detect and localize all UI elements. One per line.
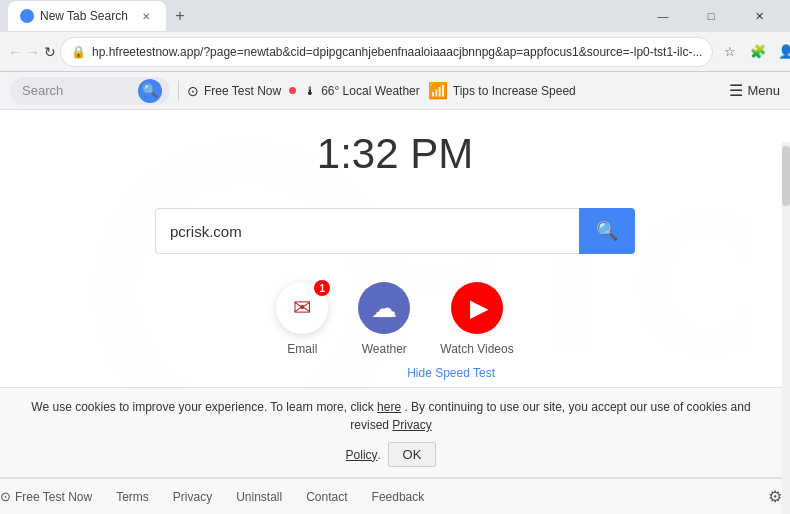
menu-button[interactable]: ☰ Menu [729,81,780,100]
main-search-button[interactable]: 🔍 [579,208,635,254]
new-tab-button[interactable]: + [166,2,194,30]
cookie-text: We use cookies to improve your experienc… [20,398,762,434]
clock-display: 1:32 PM [317,130,473,178]
email-shortcut[interactable]: ✉ 1 Email [276,282,328,356]
main-search-input[interactable] [155,208,579,254]
active-tab[interactable]: New Tab Search ✕ [8,1,166,31]
menu-label: Menu [747,83,780,98]
cookie-ok-button[interactable]: OK [388,442,437,467]
email-label: Email [287,342,317,356]
hamburger-icon: ☰ [729,81,743,100]
extensions-icon[interactable]: 🧩 [745,39,771,65]
videos-label: Watch Videos [440,342,513,356]
tab-strip: New Tab Search ✕ + [8,1,194,31]
wifi-icon: 📶 [428,81,448,100]
footer-free-test-now[interactable]: ⊙ Free Test Now [0,489,92,504]
address-box[interactable]: 🔒 hp.hfreetestnow.app/?page=newtab&cid=d… [60,37,713,67]
address-bar-row: ← → ↻ 🔒 hp.hfreetestnow.app/?page=newtab… [0,32,790,72]
forward-button[interactable]: → [26,38,40,66]
profile-icon[interactable]: 👤 [773,39,790,65]
local-weather-label: 66° Local Weather [321,84,420,98]
cookie-period: . [378,448,388,462]
email-icon: ✉ 1 [276,282,328,334]
close-button[interactable]: ✕ [736,0,782,32]
search-icon: 🔍 [596,220,618,242]
toolbar-search-box[interactable]: Search 🔍 [10,77,170,105]
footer-terms-link[interactable]: Terms [116,490,149,504]
weather-label: Weather [362,342,407,356]
title-bar: New Tab Search ✕ + — □ ✕ [0,0,790,32]
free-test-now-label: Free Test Now [204,84,281,98]
weather-shortcut[interactable]: ☁ Weather [358,282,410,356]
tab-close-button[interactable]: ✕ [138,8,154,24]
main-search-container: 🔍 [155,208,635,254]
cookie-policy-link[interactable]: Policy [346,448,378,462]
email-badge: 1 [314,280,330,296]
toolbar-divider [178,81,179,101]
weather-icon: 🌡 [304,84,316,98]
footer-gear-icon[interactable]: ⚙ [768,487,782,506]
footer-speedometer-icon: ⊙ [0,489,11,504]
lock-icon: 🔒 [71,45,86,59]
cookie-ok-row: Policy . OK [346,442,437,467]
tab-title: New Tab Search [40,9,128,23]
window-controls: — □ ✕ [640,0,782,32]
hide-speed-test-link[interactable]: Hide Speed Test [407,366,495,380]
footer-free-test-label: Free Test Now [15,490,92,504]
toolbar: Search 🔍 ⊙ Free Test Now 🌡 66° Local Wea… [0,72,790,110]
tips-speed-link[interactable]: 📶 Tips to Increase Speed [428,81,576,100]
cookie-banner: We use cookies to improve your experienc… [0,387,782,478]
footer-contact-link[interactable]: Contact [306,490,347,504]
main-content: HTC 1:32 PM 🔍 ✉ 1 Email ☁ [0,110,790,514]
videos-icon: ▶ [451,282,503,334]
minimize-button[interactable]: — [640,0,686,32]
url-text: hp.hfreetestnow.app/?page=newtab&cid=dpi… [92,45,702,59]
videos-shortcut[interactable]: ▶ Watch Videos [440,282,513,356]
toolbar-search-placeholder: Search [22,83,132,98]
address-actions: ☆ 🧩 👤 🔴 [717,39,790,65]
footer-feedback-link[interactable]: Feedback [372,490,425,504]
app-shortcuts: ✉ 1 Email ☁ Weather ▶ Watch Videos [276,282,513,356]
footer-bar: ⊙ Free Test Now Terms Privacy Uninstall … [0,478,790,514]
cookie-text-before: We use cookies to improve your experienc… [31,400,377,414]
bookmark-icon[interactable]: ☆ [717,39,743,65]
reload-button[interactable]: ↻ [44,38,56,66]
weather-app-icon: ☁ [358,282,410,334]
back-button[interactable]: ← [8,38,22,66]
tips-speed-label: Tips to Increase Speed [453,84,576,98]
free-test-now-toolbar-link[interactable]: ⊙ Free Test Now [187,83,281,99]
local-weather-link[interactable]: 🌡 66° Local Weather [304,84,420,98]
speedometer-icon: ⊙ [187,83,199,99]
footer-uninstall-link[interactable]: Uninstall [236,490,282,504]
maximize-button[interactable]: □ [688,0,734,32]
cookie-privacy-link[interactable]: Privacy [392,418,431,432]
toolbar-search-button[interactable]: 🔍 [138,79,162,103]
cookie-here-link[interactable]: here [377,400,401,414]
tab-favicon [20,9,34,23]
footer-privacy-link[interactable]: Privacy [173,490,212,504]
content-area: 1:32 PM 🔍 ✉ 1 Email ☁ Weather [0,110,790,380]
separator-dot [289,87,296,94]
